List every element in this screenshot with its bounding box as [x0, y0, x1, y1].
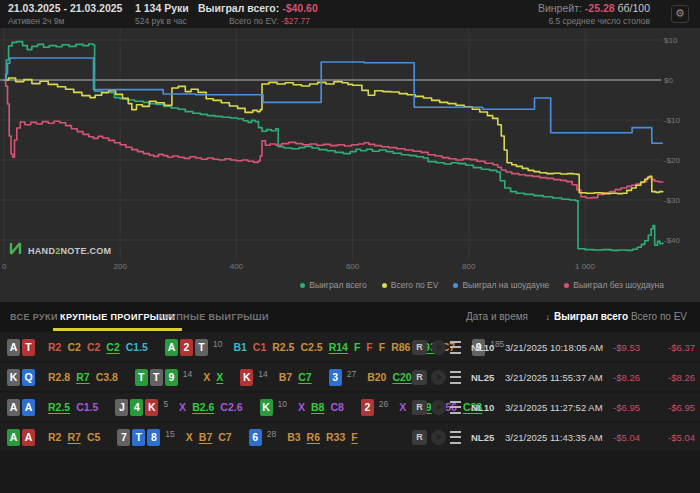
street-actions: R2.5C1.5 — [48, 401, 104, 413]
replay-icon[interactable] — [431, 400, 446, 415]
action-chip: R2.5 — [272, 341, 294, 353]
action-chip: C3.8 — [96, 371, 118, 383]
y-axis-tick: -$30 — [664, 196, 680, 205]
card-heart: 2 — [180, 339, 193, 356]
hole-cards: AA — [7, 399, 37, 416]
y-axis-tick: -$10 — [664, 116, 680, 125]
action-chip: B8 — [311, 401, 324, 413]
replayer-badge-icon[interactable]: R — [412, 340, 427, 355]
notes-icon[interactable] — [450, 341, 461, 354]
legend-item: Выиграл на шоудауне — [453, 280, 549, 290]
winnings-group: Выиграл всего: -$40.60 Всего по EV: -$27… — [198, 2, 310, 27]
hand-row[interactable]: AAR2R7C57T815XB7C7628B3R6R33FRNL253/21/2… — [0, 423, 700, 451]
gear-icon[interactable]: ⚙ — [671, 5, 689, 23]
hand-ev-amount: -$5.04 — [643, 432, 695, 443]
stake-label: NL10 — [471, 342, 494, 353]
legend-dot — [300, 283, 305, 288]
hand-ev-amount: -$6.37 — [643, 342, 695, 353]
replayer-badge-icon[interactable]: R — [412, 430, 427, 445]
hand-rows: ATR2C2C2C2C1.5A2T10B1C1R2.5C2.5R14FFFR86… — [0, 333, 700, 453]
hand-won-amount: -$5.04 — [578, 432, 640, 443]
card-club: 4 — [130, 399, 143, 416]
column-header-won[interactable]: ↓ Выиграл всего — [545, 302, 628, 331]
column-header-ev[interactable]: Всего по EV — [631, 302, 687, 331]
legend-label: Выиграл на шоудауне — [462, 280, 549, 290]
card-club: A — [165, 339, 178, 356]
winrate-group: Винрейт: -25.28 бб/100 6.5 среднее число… — [538, 2, 650, 27]
replay-icon[interactable] — [431, 370, 446, 385]
y-axis-tick: $0 — [664, 76, 673, 85]
hand-ev-amount: -$6.95 — [643, 402, 695, 413]
legend-label: Выиграл без шоудауна — [573, 280, 664, 290]
legend-item: Выиграл без шоудауна — [564, 280, 664, 290]
street-actions: XB7C7 — [186, 431, 238, 443]
action-chip: R33 — [326, 431, 345, 443]
hand-ev-amount: -$8.26 — [643, 372, 695, 383]
street-actions: B20C20 — [367, 371, 418, 383]
legend-item: Выиграл всего — [300, 280, 366, 290]
action-chip: B2.6 — [192, 401, 214, 413]
date-range: 21.03.2025 - 21.03.2025 — [8, 2, 122, 14]
x-axis-tick: 600 — [346, 262, 359, 271]
replay-icon[interactable] — [431, 340, 446, 355]
replayer-badge-icon[interactable]: R — [412, 400, 427, 415]
action-chip: B7 — [279, 371, 292, 383]
action-chip: C1.5 — [126, 341, 148, 353]
street-actions: XB2.6C2.6 — [179, 401, 248, 413]
action-chip: R2 — [48, 341, 61, 353]
row-icons: R — [412, 430, 461, 445]
notes-icon[interactable] — [450, 371, 461, 384]
card-diamond: A — [22, 399, 35, 416]
replayer-badge-icon[interactable]: R — [412, 370, 427, 385]
action-chip: X — [203, 371, 210, 383]
card-heart: 2 — [361, 399, 374, 416]
action-chip: C2 — [106, 341, 119, 353]
card-heart: A — [22, 429, 35, 446]
x-axis-tick: 1 000 — [575, 262, 595, 271]
row-icons: R — [412, 340, 461, 355]
card-spade: 7 — [117, 429, 130, 446]
hand-row[interactable]: KQR2.8R7C3.8TT914XXK14B7C7327B20C20RNL25… — [0, 363, 700, 391]
stake-label: NL10 — [471, 402, 494, 413]
tab-big-wins[interactable]: КРУПНЫЕ ВЫИГРЫШИ — [151, 302, 276, 331]
hand-row[interactable]: ATR2C2C2C2C1.5A2T10B1C1R2.5C2.5R14FFFR86… — [0, 333, 700, 361]
action-chip: B1 — [233, 341, 246, 353]
action-chip: X — [399, 401, 406, 413]
chart-legend: Выиграл всегоВсего по EVВыиграл на шоуда… — [300, 280, 664, 290]
card-club: T — [135, 369, 148, 386]
action-chip: C2 — [87, 341, 100, 353]
card-diamond: Q — [22, 369, 35, 386]
card-club: 9 — [165, 369, 178, 386]
winnings-chart[interactable]: HAND2NOTE.COM Выиграл всегоВсего по EVВы… — [0, 28, 700, 302]
legend-item: Всего по EV — [382, 280, 439, 290]
logo-text-hand: HAND — [28, 246, 55, 256]
hole-cards: AA — [7, 429, 37, 446]
action-chip: B7 — [199, 431, 212, 443]
y-axis-tick: -$20 — [664, 156, 680, 165]
action-chip: X — [186, 431, 193, 443]
board-cards: J4K5 — [115, 399, 168, 416]
replay-icon[interactable] — [431, 430, 446, 445]
hand-row[interactable]: AAR2.5C1.5J4K5XB2.6C2.6K10XB8C8226XB19R5… — [0, 393, 700, 421]
won-total-label: Выиграл всего: — [198, 2, 279, 14]
street-actions: R2C2C2C2C1.5 — [48, 341, 154, 353]
y-axis-tick: -$40 — [664, 236, 680, 245]
action-chip: B3 — [287, 431, 300, 443]
hand-won-amount: -$9.53 — [578, 342, 640, 353]
column-header-date[interactable]: Дата и время — [466, 302, 528, 331]
street-actions: B3R6R33F — [287, 431, 364, 443]
card-spade: J — [115, 399, 128, 416]
notes-icon[interactable] — [450, 401, 461, 414]
action-chip: R2.5 — [48, 401, 70, 413]
action-chip: C7 — [218, 431, 231, 443]
action-chip: B20 — [367, 371, 386, 383]
action-chip: C7 — [298, 371, 311, 383]
notes-icon[interactable] — [450, 431, 461, 444]
card-diamond: 3 — [329, 369, 342, 386]
card-spade: A — [7, 339, 20, 356]
street-actions: XB8C8 — [298, 401, 350, 413]
board-cards: K10 — [260, 399, 287, 416]
action-chip: R7 — [67, 431, 80, 443]
pot-size: 26 — [379, 399, 388, 409]
card-heart: K — [145, 399, 158, 416]
